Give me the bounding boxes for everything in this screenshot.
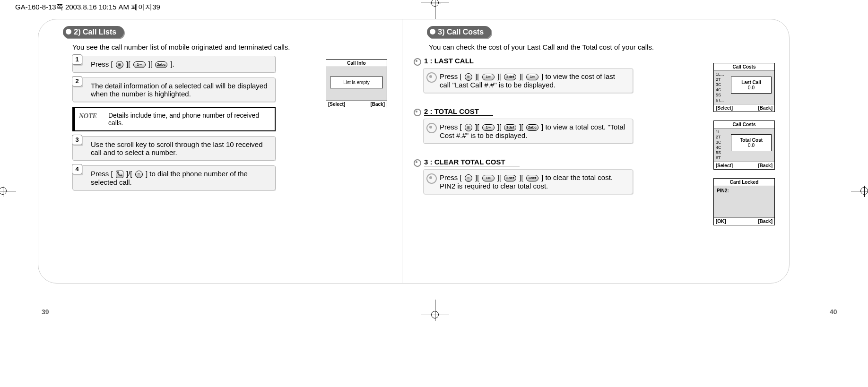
- subheading-clear-total-cost: 3 : CLEAR TOTAL COST: [414, 158, 789, 166]
- step-2: 2 The detail information of a selected c…: [72, 77, 276, 102]
- phone-title: Call Info: [326, 60, 387, 67]
- popup-title: Total Cost: [733, 138, 769, 143]
- key-1-icon: [482, 124, 495, 131]
- page-number-left: 39: [42, 308, 49, 316]
- step-number: 2: [72, 76, 82, 86]
- page-number-right: 40: [830, 308, 837, 316]
- phone-mock-card-locked: Card Locked PIN2: [OK] [Back]: [713, 178, 775, 225]
- phone-popup: Total Cost 0.0: [731, 134, 772, 151]
- popup-value: 0.0: [733, 85, 769, 90]
- key-1-icon: [526, 74, 538, 80]
- step-text: The detail information of a selected cal…: [91, 82, 268, 98]
- menu-key-icon: [135, 171, 143, 178]
- step-1: 1 Press [ ][ ][ ].: [72, 56, 276, 73]
- note-label: NOTE: [79, 112, 97, 120]
- menu-key-icon: [465, 73, 472, 81]
- note-box: NOTE Details include time, and phone num…: [72, 107, 276, 131]
- page-39: 2) Call Lists You see the call number li…: [38, 19, 425, 284]
- section-title-call-costs: 3) Call Costs: [427, 26, 491, 38]
- subheading-total-cost: 2 : TOTAL COST: [414, 107, 789, 116]
- step-4: 4 Press [ ]/[ ] to dial the phone number…: [72, 165, 276, 190]
- key-3-icon: [526, 175, 538, 181]
- phone-mock-last-call: Call Costs 1L... 2T 3C 4C 5S 6T... Last …: [713, 63, 775, 112]
- note-text: Details include time, and phone number o…: [108, 112, 259, 127]
- softkey-left: [Select]: [328, 102, 345, 107]
- popup-title: Last Call: [733, 80, 769, 85]
- phone-body: PIN2:: [714, 186, 774, 217]
- softkey-left: [OK]: [716, 219, 726, 224]
- key-1-icon: [482, 175, 495, 181]
- phone-title: Card Locked: [714, 179, 774, 186]
- key-1-icon: [133, 61, 146, 68]
- print-header: GA-160-8-13쪽 2003.8.16 10:15 AM 페이지39: [15, 3, 160, 12]
- section-title-call-lists: 2) Call Lists: [63, 26, 124, 38]
- section-intro: You can check the cost of your Last Call…: [429, 43, 731, 51]
- menu-key-icon: [465, 124, 472, 131]
- step-3: 3 Use the scroll key to scroll through t…: [72, 136, 276, 161]
- key-2-icon: [526, 124, 538, 131]
- popup-value: 0.0: [733, 143, 769, 148]
- phone-title: Call Costs: [714, 121, 774, 129]
- phone-body: List is empty: [326, 67, 387, 100]
- substep-clear-total-cost: Press [ ][ ][ ][ ] to clear the total co…: [423, 169, 633, 194]
- key-3-icon: [504, 175, 516, 181]
- phone-popup: Last Call 0.0: [731, 77, 772, 94]
- key-2-icon: [155, 61, 167, 68]
- phone-message: List is empty: [330, 77, 383, 88]
- menu-key-icon: [465, 174, 472, 182]
- call-key-icon: [116, 171, 123, 178]
- key-1-icon: [482, 74, 495, 80]
- phone-title: Call Costs: [714, 63, 774, 71]
- section-title-text: 2) Call Lists: [74, 28, 116, 36]
- section-intro: You see the call number list of mobile o…: [72, 43, 375, 51]
- substep-total-cost: Press [ ][ ][ ][ ] to view a total cost.…: [423, 119, 633, 144]
- softkey-right: [Back]: [758, 219, 773, 224]
- page-40: 3) Call Costs You can check the cost of …: [402, 19, 790, 284]
- menu-key-icon: [116, 61, 123, 69]
- section-title-text: 3) Call Costs: [438, 28, 484, 36]
- key-3-icon: [504, 74, 516, 80]
- substep-last-call: Press [ ][ ][ ][ ] to view the cost of l…: [423, 68, 633, 93]
- phone-mock-call-info: Call Info List is empty [Select] [Back]: [326, 59, 387, 108]
- pin2-label: PIN2:: [717, 188, 772, 193]
- step-number: 1: [72, 54, 82, 65]
- step-text: Press [: [91, 60, 115, 68]
- key-3-icon: [504, 124, 516, 131]
- step-text: Use the scroll key to scroll through the…: [91, 140, 263, 156]
- step-number: 4: [72, 164, 82, 174]
- softkey-right: [Back]: [370, 102, 385, 107]
- step-number: 3: [72, 135, 82, 145]
